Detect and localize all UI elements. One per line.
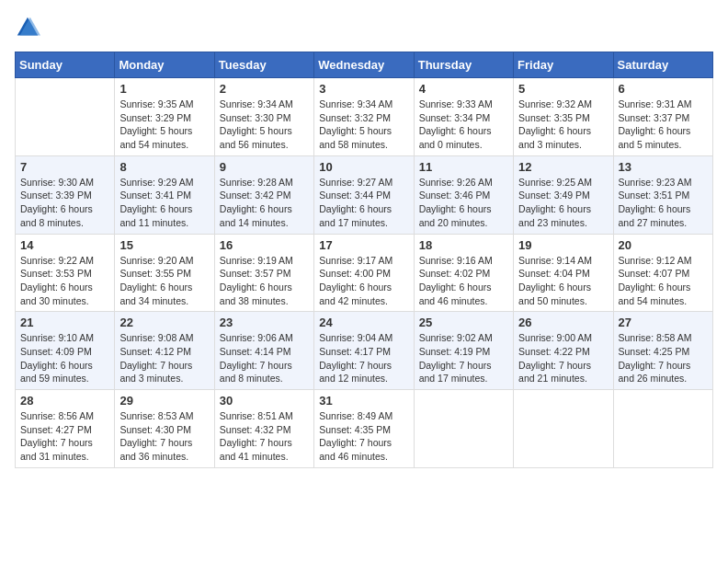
day-info: Sunrise: 9:30 AM Sunset: 3:39 PM Dayligh…	[20, 176, 109, 230]
day-info: Sunrise: 9:35 AM Sunset: 3:29 PM Dayligh…	[119, 98, 209, 152]
day-number: 17	[319, 238, 408, 252]
header-saturday: Saturday	[613, 52, 712, 78]
calendar-cell: 12Sunrise: 9:25 AM Sunset: 3:49 PM Dayli…	[514, 155, 613, 234]
day-info: Sunrise: 8:58 AM Sunset: 4:25 PM Dayligh…	[619, 331, 708, 385]
calendar-cell: 28Sunrise: 8:56 AM Sunset: 4:27 PM Dayli…	[16, 390, 115, 468]
calendar-cell: 19Sunrise: 9:14 AM Sunset: 4:04 PM Dayli…	[514, 234, 613, 312]
day-info: Sunrise: 9:28 AM Sunset: 3:42 PM Dayligh…	[220, 176, 309, 230]
day-info: Sunrise: 9:12 AM Sunset: 4:07 PM Dayligh…	[619, 254, 708, 308]
day-number: 11	[419, 160, 508, 174]
calendar-cell: 2Sunrise: 9:34 AM Sunset: 3:30 PM Daylig…	[214, 78, 313, 156]
day-number: 12	[518, 160, 608, 174]
day-info: Sunrise: 9:17 AM Sunset: 4:00 PM Dayligh…	[319, 254, 408, 308]
day-info: Sunrise: 9:23 AM Sunset: 3:51 PM Dayligh…	[619, 176, 708, 230]
calendar-cell: 7Sunrise: 9:30 AM Sunset: 3:39 PM Daylig…	[16, 155, 115, 234]
day-info: Sunrise: 9:33 AM Sunset: 3:34 PM Dayligh…	[419, 98, 508, 152]
calendar-cell: 27Sunrise: 8:58 AM Sunset: 4:25 PM Dayli…	[613, 312, 712, 390]
calendar-cell: 6Sunrise: 9:31 AM Sunset: 3:37 PM Daylig…	[613, 78, 712, 156]
day-info: Sunrise: 8:53 AM Sunset: 4:30 PM Dayligh…	[119, 409, 209, 464]
calendar-cell: 9Sunrise: 9:28 AM Sunset: 3:42 PM Daylig…	[214, 155, 313, 234]
day-info: Sunrise: 9:31 AM Sunset: 3:37 PM Dayligh…	[619, 98, 708, 152]
calendar-cell: 8Sunrise: 9:29 AM Sunset: 3:41 PM Daylig…	[115, 155, 214, 234]
day-number: 31	[319, 394, 408, 408]
calendar-cell: 30Sunrise: 8:51 AM Sunset: 4:32 PM Dayli…	[214, 390, 313, 468]
week-row-0: 1Sunrise: 9:35 AM Sunset: 3:29 PM Daylig…	[16, 78, 713, 156]
header-friday: Friday	[514, 52, 613, 78]
day-number: 3	[319, 82, 408, 96]
day-number: 18	[419, 238, 508, 252]
calendar-header-row: SundayMondayTuesdayWednesdayThursdayFrid…	[16, 52, 713, 78]
day-info: Sunrise: 9:22 AM Sunset: 3:53 PM Dayligh…	[20, 254, 109, 308]
day-number: 13	[619, 160, 708, 174]
day-info: Sunrise: 9:25 AM Sunset: 3:49 PM Dayligh…	[518, 176, 608, 230]
calendar-cell: 21Sunrise: 9:10 AM Sunset: 4:09 PM Dayli…	[16, 312, 115, 390]
header-wednesday: Wednesday	[314, 52, 414, 78]
day-info: Sunrise: 9:32 AM Sunset: 3:35 PM Dayligh…	[518, 98, 608, 152]
day-number: 4	[419, 82, 508, 96]
calendar-cell: 4Sunrise: 9:33 AM Sunset: 3:34 PM Daylig…	[414, 78, 513, 156]
week-row-3: 21Sunrise: 9:10 AM Sunset: 4:09 PM Dayli…	[16, 312, 713, 390]
day-number: 24	[319, 316, 408, 329]
calendar-cell: 14Sunrise: 9:22 AM Sunset: 3:53 PM Dayli…	[16, 234, 115, 312]
calendar-cell: 22Sunrise: 9:08 AM Sunset: 4:12 PM Dayli…	[115, 312, 214, 390]
day-number: 5	[518, 82, 608, 96]
day-number: 8	[119, 160, 209, 174]
calendar-cell: 11Sunrise: 9:26 AM Sunset: 3:46 PM Dayli…	[414, 155, 513, 234]
day-number: 20	[619, 238, 708, 252]
calendar-cell: 26Sunrise: 9:00 AM Sunset: 4:22 PM Dayli…	[514, 312, 613, 390]
calendar-cell: 24Sunrise: 9:04 AM Sunset: 4:17 PM Dayli…	[314, 312, 414, 390]
calendar-cell: 1Sunrise: 9:35 AM Sunset: 3:29 PM Daylig…	[115, 78, 214, 156]
calendar-table: SundayMondayTuesdayWednesdayThursdayFrid…	[15, 52, 713, 468]
day-number: 28	[20, 394, 109, 408]
calendar-cell: 10Sunrise: 9:27 AM Sunset: 3:44 PM Dayli…	[314, 155, 414, 234]
week-row-1: 7Sunrise: 9:30 AM Sunset: 3:39 PM Daylig…	[16, 155, 713, 234]
calendar-cell: 16Sunrise: 9:19 AM Sunset: 3:57 PM Dayli…	[214, 234, 313, 312]
calendar-cell: 18Sunrise: 9:16 AM Sunset: 4:02 PM Dayli…	[414, 234, 513, 312]
day-number: 9	[220, 160, 309, 174]
day-info: Sunrise: 9:14 AM Sunset: 4:04 PM Dayligh…	[518, 254, 608, 308]
day-info: Sunrise: 9:29 AM Sunset: 3:41 PM Dayligh…	[119, 176, 209, 230]
calendar-cell: 20Sunrise: 9:12 AM Sunset: 4:07 PM Dayli…	[613, 234, 712, 312]
day-number: 6	[619, 82, 708, 96]
day-number: 26	[518, 316, 608, 329]
day-info: Sunrise: 9:06 AM Sunset: 4:14 PM Dayligh…	[220, 331, 309, 385]
day-info: Sunrise: 9:16 AM Sunset: 4:02 PM Dayligh…	[419, 254, 508, 308]
day-number: 1	[119, 82, 209, 96]
week-row-2: 14Sunrise: 9:22 AM Sunset: 3:53 PM Dayli…	[16, 234, 713, 312]
calendar-cell	[514, 390, 613, 468]
calendar-cell	[414, 390, 513, 468]
day-info: Sunrise: 9:26 AM Sunset: 3:46 PM Dayligh…	[419, 176, 508, 230]
day-number: 14	[20, 238, 109, 252]
day-number: 16	[220, 238, 309, 252]
day-number: 15	[119, 238, 209, 252]
day-info: Sunrise: 9:02 AM Sunset: 4:19 PM Dayligh…	[419, 331, 508, 385]
day-info: Sunrise: 9:34 AM Sunset: 3:30 PM Dayligh…	[220, 98, 309, 152]
header-monday: Monday	[115, 52, 214, 78]
day-info: Sunrise: 9:00 AM Sunset: 4:22 PM Dayligh…	[518, 331, 608, 385]
day-number: 22	[119, 316, 209, 329]
calendar-cell: 29Sunrise: 8:53 AM Sunset: 4:30 PM Dayli…	[115, 390, 214, 468]
day-info: Sunrise: 9:10 AM Sunset: 4:09 PM Dayligh…	[20, 331, 109, 385]
day-info: Sunrise: 8:56 AM Sunset: 4:27 PM Dayligh…	[20, 409, 109, 464]
logo	[15, 15, 44, 40]
day-info: Sunrise: 9:27 AM Sunset: 3:44 PM Dayligh…	[319, 176, 408, 230]
day-info: Sunrise: 9:04 AM Sunset: 4:17 PM Dayligh…	[319, 331, 408, 385]
day-number: 21	[20, 316, 109, 329]
calendar-cell: 23Sunrise: 9:06 AM Sunset: 4:14 PM Dayli…	[214, 312, 313, 390]
day-number: 29	[119, 394, 209, 408]
day-info: Sunrise: 8:51 AM Sunset: 4:32 PM Dayligh…	[220, 409, 309, 464]
day-number: 2	[220, 82, 309, 96]
week-row-4: 28Sunrise: 8:56 AM Sunset: 4:27 PM Dayli…	[16, 390, 713, 468]
calendar-cell: 3Sunrise: 9:34 AM Sunset: 3:32 PM Daylig…	[314, 78, 414, 156]
calendar-cell	[613, 390, 712, 468]
day-number: 25	[419, 316, 508, 329]
logo-icon	[15, 15, 40, 40]
page-header	[15, 15, 713, 40]
day-number: 10	[319, 160, 408, 174]
calendar-cell	[16, 78, 115, 156]
day-info: Sunrise: 9:34 AM Sunset: 3:32 PM Dayligh…	[319, 98, 408, 152]
calendar-cell: 15Sunrise: 9:20 AM Sunset: 3:55 PM Dayli…	[115, 234, 214, 312]
header-sunday: Sunday	[16, 52, 115, 78]
calendar-cell: 31Sunrise: 8:49 AM Sunset: 4:35 PM Dayli…	[314, 390, 414, 468]
day-number: 7	[20, 160, 109, 174]
